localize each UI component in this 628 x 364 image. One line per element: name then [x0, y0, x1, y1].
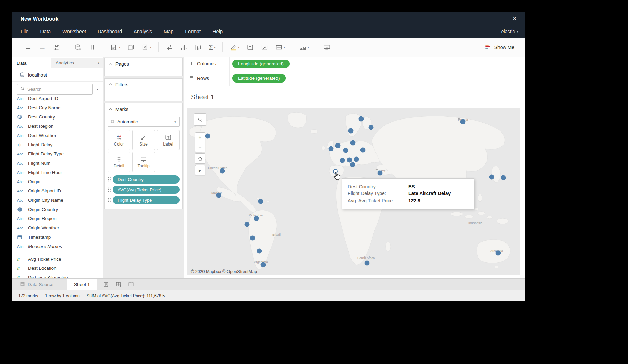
pause-updates-icon[interactable] — [89, 43, 96, 51]
columns-shelf[interactable]: Columns Longitude (generated) — [184, 57, 525, 71]
new-story-icon[interactable] — [126, 280, 136, 289]
tab-analytics[interactable]: Analytics — [51, 58, 94, 68]
field-dest-city-name[interactable]: AbcDest City Name — [12, 103, 103, 112]
new-worksheet-icon[interactable] — [101, 280, 112, 289]
mark-type-dropdown[interactable]: Automatic ▾ — [108, 117, 180, 127]
marks-pill-dest-country[interactable]: Dest Country — [113, 175, 180, 184]
field-flight-time-hour[interactable]: AbcFlight Time Hour — [12, 168, 103, 177]
field-dest-country[interactable]: Dest Country — [12, 112, 103, 122]
menu-dashboard[interactable]: Dashboard — [98, 29, 122, 34]
map-mark[interactable] — [360, 148, 366, 153]
sort-descending-icon[interactable] — [194, 43, 202, 51]
pages-card-header[interactable]: Pages — [105, 58, 182, 70]
map-mark[interactable] — [378, 171, 383, 176]
menu-data[interactable]: Data — [40, 29, 51, 34]
map-mark[interactable] — [329, 146, 334, 151]
cell-size-icon[interactable]: ▾ — [299, 43, 309, 51]
marks-pill-avg-avg-ticket-price[interactable]: AVG(Avg Ticket Price) — [113, 186, 180, 194]
map-view[interactable]: United StatesMexicoColombiaBrazilArgenti… — [187, 108, 520, 275]
field-origin-airport-id[interactable]: AbcOrigin Airport ID — [12, 186, 103, 196]
marks-pill-flight-delay-type[interactable]: Flight Delay Type — [113, 196, 180, 204]
save-icon[interactable] — [53, 43, 60, 51]
field-origin-country[interactable]: Origin Country — [12, 205, 103, 214]
field-measure-names[interactable]: AbcMeasure Names — [12, 242, 103, 251]
new-dashboard-icon[interactable] — [113, 280, 124, 289]
tooltip-button[interactable]: Tooltip — [132, 152, 155, 172]
tab-sheet1[interactable]: Sheet 1 — [67, 279, 97, 290]
field-flight-num[interactable]: AbcFlight Num — [12, 159, 103, 168]
collapse-pane-button[interactable]: ‹ — [94, 58, 103, 68]
field-distance-kilometers[interactable]: #Distance Kilometers — [12, 273, 103, 278]
field-dest-weather[interactable]: AbcDest Weather — [12, 131, 103, 140]
new-datasource-icon[interactable] — [74, 43, 82, 51]
map-mark[interactable] — [365, 261, 370, 266]
field-origin[interactable]: AbcOrigin — [12, 177, 103, 186]
swap-axes-icon[interactable] — [165, 43, 173, 51]
rows-pill-latitude-generated[interactable]: Latitude (generated) — [232, 74, 286, 83]
menu-map[interactable]: Map — [164, 29, 173, 34]
close-button[interactable]: ✕ — [510, 15, 519, 22]
map-mark[interactable] — [354, 157, 359, 162]
menu-analysis[interactable]: Analysis — [134, 29, 152, 34]
field-dest-location[interactable]: #Dest Location — [12, 264, 103, 273]
field-timestamp[interactable]: Timestamp — [12, 233, 103, 242]
label-button[interactable]: Label — [157, 130, 180, 150]
show-me-button[interactable]: Show Me — [484, 38, 514, 57]
map-mark[interactable] — [369, 125, 374, 130]
menu-worksheet[interactable]: Worksheet — [62, 29, 86, 34]
zoom-in-button[interactable]: + — [195, 133, 205, 142]
map-mark[interactable] — [254, 216, 259, 221]
totals-icon[interactable]: Σ▾ — [209, 43, 216, 51]
tab-data[interactable]: Data — [12, 58, 51, 68]
search-input[interactable] — [27, 86, 89, 92]
fit-icon[interactable]: ▾ — [275, 43, 285, 51]
undo-icon[interactable]: ← — [25, 43, 32, 51]
filters-card-header[interactable]: Filters — [105, 79, 182, 90]
field-flight-delay[interactable]: T|FFlight Delay — [12, 140, 103, 149]
map-mark[interactable] — [205, 134, 210, 139]
format-icon[interactable] — [261, 43, 268, 51]
menu-file[interactable]: File — [21, 29, 28, 34]
detail-button[interactable]: Detail — [108, 152, 130, 172]
chevron-down-icon[interactable]: ▾ — [171, 117, 179, 126]
duplicate-sheet-icon[interactable] — [127, 43, 135, 51]
field-flight-delay-type[interactable]: AbcFlight Delay Type — [12, 149, 103, 159]
field-origin-city-name[interactable]: AbcOrigin City Name — [12, 196, 103, 205]
map-mark[interactable] — [250, 236, 255, 241]
map-mark[interactable] — [359, 116, 364, 122]
map-mark[interactable] — [460, 119, 466, 124]
map-mark[interactable] — [496, 251, 501, 256]
rows-shelf[interactable]: Rows Latitude (generated) — [184, 71, 525, 86]
columns-pill-longitude-generated[interactable]: Longitude (generated) — [232, 60, 290, 68]
marks-card-header[interactable]: Marks — [105, 103, 182, 115]
map-mark[interactable] — [340, 158, 345, 163]
clear-sheet-icon[interactable]: ▾ — [141, 43, 151, 51]
tab-data-source[interactable]: Data Source — [15, 279, 58, 290]
size-button[interactable]: Size — [132, 130, 155, 150]
map-mark[interactable] — [343, 148, 348, 153]
zoom-out-button[interactable]: − — [195, 142, 205, 152]
map-mark[interactable] — [220, 168, 225, 174]
highlight-icon[interactable]: ▾ — [230, 43, 239, 51]
connection-item[interactable]: localhost — [12, 68, 103, 82]
menu-format[interactable]: Format — [185, 29, 201, 34]
account-menu[interactable]: elastic ▾ — [501, 29, 518, 34]
field-dest-region[interactable]: AbcDest Region — [12, 122, 103, 131]
menu-help[interactable]: Help — [212, 29, 223, 34]
map-pan-button[interactable]: ▶ — [195, 165, 205, 175]
show-labels-icon[interactable] — [246, 43, 254, 51]
map-mark[interactable] — [261, 262, 266, 267]
map-mark[interactable] — [216, 193, 221, 198]
map-search-button[interactable] — [194, 113, 206, 126]
map-mark[interactable] — [489, 175, 494, 180]
map-mark[interactable] — [335, 143, 341, 148]
search-options-caret-icon[interactable]: ▾ — [94, 87, 100, 91]
field-origin-weather[interactable]: AbcOrigin Weather — [12, 223, 103, 233]
map-mark[interactable] — [350, 140, 356, 146]
map-mark[interactable] — [245, 222, 250, 227]
field-dest-airport-id[interactable]: AbcDest Airport ID — [12, 96, 103, 103]
map-mark[interactable] — [348, 128, 354, 134]
map-mark[interactable] — [257, 249, 262, 254]
map-mark[interactable] — [350, 162, 355, 167]
map-mark[interactable] — [501, 175, 506, 180]
